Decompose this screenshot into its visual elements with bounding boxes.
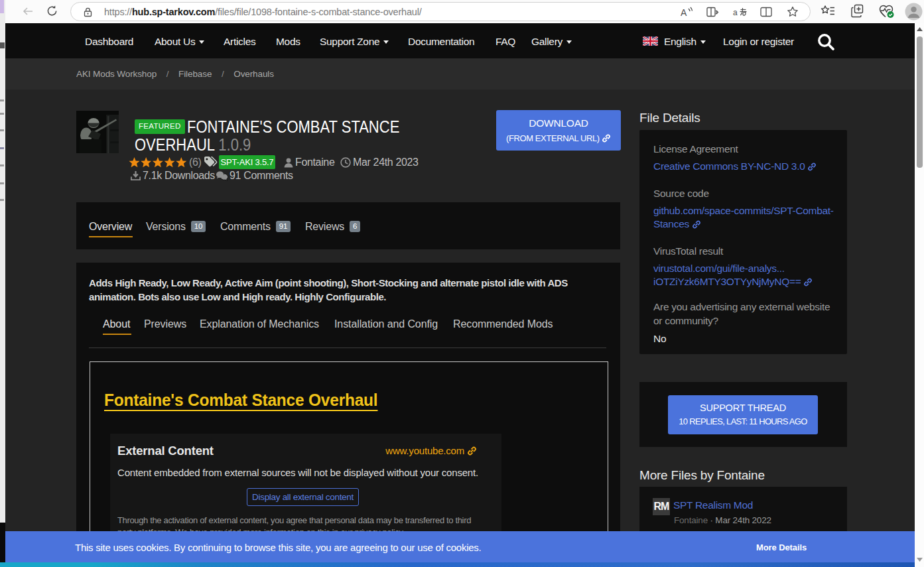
svg-text:a: a	[733, 8, 738, 17]
svg-text:A: A	[681, 7, 687, 18]
